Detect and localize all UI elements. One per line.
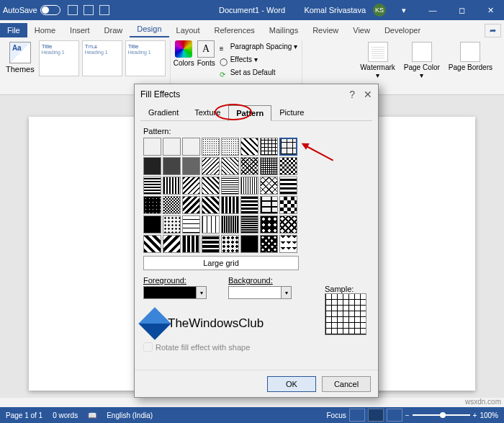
pattern-swatch[interactable] (143, 177, 161, 195)
tab-draw[interactable]: Draw (97, 23, 130, 37)
pattern-swatch[interactable] (279, 157, 297, 175)
pattern-swatch[interactable] (221, 215, 239, 233)
background-dropdown[interactable]: ▾ (228, 286, 292, 299)
pattern-swatch[interactable] (279, 215, 297, 233)
tab-developer[interactable]: Developer (377, 23, 428, 37)
tab-file[interactable]: File (0, 23, 27, 37)
pattern-swatch[interactable] (221, 196, 239, 214)
pattern-swatch[interactable] (260, 196, 278, 214)
ok-button[interactable]: OK (267, 376, 316, 392)
pattern-swatch[interactable] (202, 138, 220, 156)
pattern-swatch[interactable] (143, 215, 161, 233)
colors-button[interactable]: Colors (174, 40, 194, 67)
pattern-swatch[interactable] (182, 177, 200, 195)
pattern-swatch[interactable] (240, 138, 258, 156)
pattern-swatch[interactable] (240, 235, 258, 253)
pattern-swatch[interactable] (240, 196, 258, 214)
pattern-swatch[interactable] (240, 157, 258, 175)
pattern-swatch[interactable] (260, 138, 278, 156)
minimize-icon[interactable]: — (422, 0, 444, 20)
read-mode-icon[interactable] (349, 409, 365, 422)
dialog-titlebar[interactable]: Fill Effects ? ✕ (135, 84, 378, 104)
foreground-dropdown[interactable]: ▾ (143, 286, 207, 299)
tab-gradient[interactable]: Gradient (140, 104, 186, 120)
zoom-out-icon[interactable]: − (405, 411, 410, 419)
pattern-swatch[interactable] (182, 157, 200, 175)
zoom-in-icon[interactable]: + (473, 411, 477, 419)
style-set-item[interactable]: TitleHeading 1 (125, 40, 166, 76)
tab-references[interactable]: References (207, 23, 262, 37)
pattern-swatch[interactable] (163, 235, 181, 253)
style-set-item[interactable]: TitleHeading 1 (39, 40, 79, 76)
page-color-button[interactable]: Page Color▾ (401, 40, 443, 81)
ribbon-options-icon[interactable]: ▾ (393, 0, 415, 20)
tab-design[interactable]: Design (130, 22, 168, 37)
language-indicator[interactable]: English (India) (107, 411, 153, 419)
pattern-swatch[interactable] (221, 235, 239, 253)
pattern-swatch[interactable] (182, 235, 200, 253)
pattern-swatch[interactable] (260, 215, 278, 233)
pattern-swatch[interactable] (163, 138, 181, 156)
zoom-slider[interactable] (413, 414, 470, 416)
pattern-swatch[interactable] (202, 235, 220, 253)
tab-pattern[interactable]: Pattern (228, 105, 271, 121)
themes-button[interactable]: Themes (4, 40, 36, 75)
pattern-swatch[interactable] (221, 138, 239, 156)
web-layout-icon[interactable] (387, 409, 402, 422)
pattern-swatch[interactable] (182, 196, 200, 214)
print-layout-icon[interactable] (368, 409, 384, 422)
pattern-swatch[interactable] (143, 157, 161, 175)
watermark-button[interactable]: Watermark▾ (357, 40, 398, 81)
pattern-swatch[interactable] (279, 196, 297, 214)
tab-mailings[interactable]: Mailings (262, 23, 305, 37)
tab-picture[interactable]: Picture (271, 104, 312, 120)
tab-texture[interactable]: Texture (186, 104, 228, 120)
save-icon[interactable] (68, 5, 78, 15)
tab-view[interactable]: View (346, 23, 377, 37)
paragraph-spacing-button[interactable]: ≡Paragraph Spacing ▾ (220, 40, 298, 53)
pattern-swatch[interactable] (240, 215, 258, 233)
undo-icon[interactable] (84, 5, 94, 15)
pattern-swatch[interactable] (279, 177, 297, 195)
pattern-swatch[interactable] (163, 215, 181, 233)
pattern-swatch[interactable] (143, 196, 161, 214)
focus-mode[interactable]: Focus (327, 411, 346, 419)
fonts-button[interactable]: A Fonts (197, 40, 215, 67)
pattern-swatch[interactable] (143, 235, 161, 253)
page-borders-button[interactable]: Page Borders (446, 40, 495, 73)
pattern-swatch[interactable] (279, 138, 297, 156)
pattern-swatch[interactable] (221, 157, 239, 175)
cancel-button[interactable]: Cancel (322, 376, 371, 392)
close-icon[interactable]: ✕ (364, 89, 372, 100)
pattern-swatch[interactable] (202, 157, 220, 175)
share-button[interactable]: ➦ (485, 24, 501, 37)
autosave-toggle[interactable]: AutoSave (3, 5, 60, 15)
pattern-swatch[interactable] (163, 157, 181, 175)
user-name[interactable]: Komal Srivastava (304, 6, 366, 14)
toggle-switch-icon[interactable] (40, 5, 60, 15)
help-icon[interactable]: ? (349, 89, 355, 100)
pattern-swatch[interactable] (221, 177, 239, 195)
spell-check-icon[interactable]: 📖 (88, 411, 96, 419)
pattern-swatch[interactable] (182, 215, 200, 233)
pattern-swatch[interactable] (202, 215, 220, 233)
pattern-swatch[interactable] (279, 235, 297, 253)
redo-icon[interactable] (99, 5, 109, 15)
pattern-swatch[interactable] (202, 177, 220, 195)
style-set-item[interactable]: TitleHeading 1 (82, 40, 122, 76)
pattern-swatch[interactable] (260, 177, 278, 195)
zoom-level[interactable]: 100% (480, 411, 498, 419)
page-indicator[interactable]: Page 1 of 1 (6, 411, 42, 419)
avatar[interactable]: KS (373, 4, 386, 17)
tab-review[interactable]: Review (305, 23, 346, 37)
pattern-swatch[interactable] (260, 157, 278, 175)
pattern-swatch[interactable] (240, 177, 258, 195)
tab-layout[interactable]: Layout (169, 23, 207, 37)
tab-insert[interactable]: Insert (63, 23, 97, 37)
pattern-swatch[interactable] (260, 235, 278, 253)
set-default-button[interactable]: ⟳Set as Default (220, 66, 298, 79)
pattern-swatch[interactable] (163, 177, 181, 195)
pattern-swatch[interactable] (182, 138, 200, 156)
effects-button[interactable]: ◯Effects ▾ (220, 53, 298, 66)
tab-home[interactable]: Home (27, 23, 63, 37)
